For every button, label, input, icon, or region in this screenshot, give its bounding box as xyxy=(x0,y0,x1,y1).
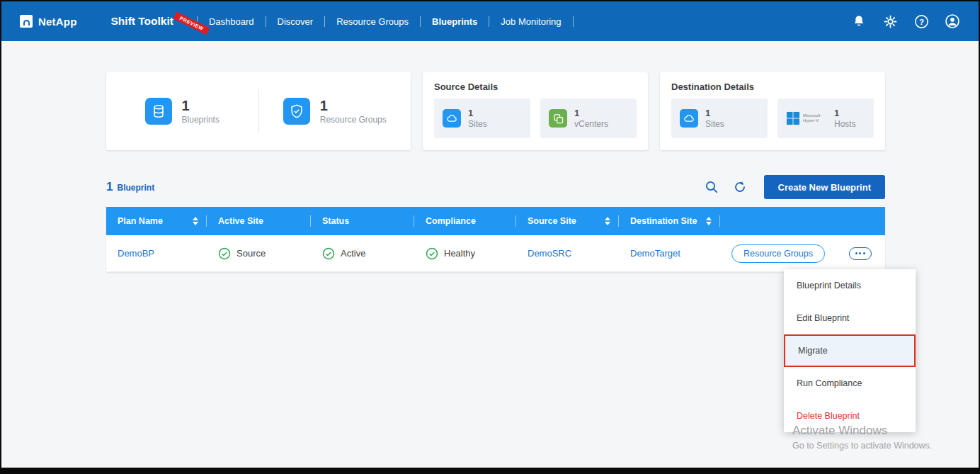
column-header-actions xyxy=(720,207,885,235)
source-sites-label: Sites xyxy=(468,119,487,129)
column-label: Destination Site xyxy=(630,216,697,226)
sort-icon xyxy=(605,217,610,225)
table-row: DemoBP Source Active Healthy DemoSRC Dem… xyxy=(106,235,885,272)
destination-details-card: Destination Details 1 Sites Microsoft Hy… xyxy=(660,72,885,150)
top-navbar: NetApp Shift Toolkit PREVIEW Dashboard D… xyxy=(1,1,979,41)
cell-plan-name: DemoBP xyxy=(106,235,207,271)
vcenter-icon xyxy=(549,109,567,128)
nav-divider xyxy=(324,16,325,27)
source-details-card: Source Details 1 Sites 1 vCenters xyxy=(423,72,648,150)
database-icon xyxy=(145,98,172,125)
destination-hosts-tile: Microsoft Hyper-V 1 Hosts xyxy=(777,98,874,138)
ellipsis-icon[interactable] xyxy=(849,247,872,260)
column-header-status: Status xyxy=(311,207,414,235)
menu-item-blueprint-details[interactable]: Blueprint Details xyxy=(784,269,916,302)
destination-hosts-label: Hosts xyxy=(834,119,856,129)
shield-check-icon xyxy=(283,98,310,125)
column-label: Plan Name xyxy=(118,216,163,226)
cell-destination-site: DemoTarget xyxy=(619,235,720,271)
column-label: Source Site xyxy=(528,216,576,226)
destination-site-link[interactable]: DemoTarget xyxy=(630,248,680,259)
sort-icon xyxy=(193,217,198,225)
column-label: Compliance xyxy=(426,216,476,226)
blueprint-toolbar: 1 Blueprint Create New Blueprint xyxy=(106,174,885,200)
destination-tiles: 1 Sites Microsoft Hyper-V 1 Hosts xyxy=(660,98,885,138)
plan-name-link[interactable]: DemoBP xyxy=(118,248,154,259)
source-details-title: Source Details xyxy=(423,72,648,98)
column-header-active-site: Active Site xyxy=(207,207,311,235)
blueprints-stat-text: 1 Blueprints xyxy=(182,98,220,125)
gear-icon[interactable] xyxy=(882,13,898,29)
hyperv-icon: Microsoft Hyper-V xyxy=(786,111,827,125)
blueprint-count-number: 1 xyxy=(106,180,113,194)
cell-compliance: Healthy xyxy=(414,235,516,271)
windows-activation-watermark: Activate Windows Go to Settings to activ… xyxy=(792,424,932,451)
check-circle-icon xyxy=(426,247,438,260)
source-sites-count: 1 xyxy=(468,108,487,118)
cell-active-site: Source xyxy=(207,235,311,271)
resource-groups-count: 1 xyxy=(320,98,387,113)
compliance-value: Healthy xyxy=(444,248,475,259)
netapp-logo-icon xyxy=(20,15,33,28)
menu-item-edit-blueprint[interactable]: Edit Blueprint xyxy=(784,302,916,334)
destination-sites-count: 1 xyxy=(705,108,724,118)
table-header-row: Plan Name Active Site Status Compliance … xyxy=(106,207,885,235)
help-icon[interactable]: ? xyxy=(913,13,929,29)
row-actions-menu: Blueprint Details Edit Blueprint Migrate… xyxy=(784,269,916,432)
column-header-plan-name[interactable]: Plan Name xyxy=(106,207,207,235)
column-label: Status xyxy=(322,216,349,226)
blueprints-count: 1 xyxy=(182,98,220,113)
active-site-value: Source xyxy=(237,248,266,259)
column-header-destination-site[interactable]: Destination Site xyxy=(619,207,720,235)
resource-groups-stat-text: 1 Resource Groups xyxy=(320,98,387,125)
menu-item-run-compliance[interactable]: Run Compliance xyxy=(784,367,916,400)
blueprints-label: Blueprints xyxy=(182,115,220,125)
column-header-source-site[interactable]: Source Site xyxy=(516,207,619,235)
hyperv-caption: Microsoft Hyper-V xyxy=(803,113,827,123)
app-window: NetApp Shift Toolkit PREVIEW Dashboard D… xyxy=(0,0,980,474)
main-nav: Dashboard Discover Resource Groups Bluep… xyxy=(195,12,576,31)
resource-groups-button[interactable]: Resource Groups xyxy=(731,244,825,263)
cell-source-site: DemoSRC xyxy=(516,235,619,271)
menu-item-migrate[interactable]: Migrate xyxy=(784,334,916,367)
blueprint-count: 1 Blueprint xyxy=(106,180,154,194)
nav-divider xyxy=(420,16,421,27)
refresh-icon[interactable] xyxy=(731,179,748,196)
nav-item-blueprints[interactable]: Blueprints xyxy=(423,12,486,31)
destination-details-title: Destination Details xyxy=(660,72,885,98)
navbar-actions: ? xyxy=(851,13,960,29)
app-title-wrap: Shift Toolkit PREVIEW xyxy=(111,15,173,28)
brand-name: NetApp xyxy=(38,16,77,28)
cell-status: Active xyxy=(311,235,414,271)
check-circle-icon xyxy=(322,247,335,260)
account-icon[interactable] xyxy=(945,13,960,29)
destination-sites-label: Sites xyxy=(705,119,724,129)
column-header-compliance: Compliance xyxy=(414,207,516,235)
create-new-blueprint-button[interactable]: Create New Blueprint xyxy=(764,175,885,199)
source-vcenters-label: vCenters xyxy=(574,119,608,129)
bell-icon[interactable] xyxy=(851,13,867,29)
source-vcenters-count: 1 xyxy=(574,108,608,118)
nav-item-resource-groups[interactable]: Resource Groups xyxy=(327,12,418,31)
destination-sites-tile: 1 Sites xyxy=(671,98,768,138)
nav-item-discover[interactable]: Discover xyxy=(268,12,323,31)
cloud-icon xyxy=(680,109,698,128)
check-circle-icon xyxy=(218,247,231,260)
cell-actions: Resource Groups xyxy=(720,235,885,271)
svg-text:?: ? xyxy=(918,17,923,26)
source-site-link[interactable]: DemoSRC xyxy=(528,248,571,259)
sort-icon xyxy=(706,217,712,225)
resource-groups-label: Resource Groups xyxy=(320,115,387,125)
nav-divider xyxy=(266,16,266,27)
nav-divider xyxy=(573,16,574,27)
source-sites-tile: 1 Sites xyxy=(434,98,530,138)
app-title: Shift Toolkit xyxy=(111,15,173,27)
source-vcenters-tile: 1 vCenters xyxy=(540,98,637,138)
summary-card: 1 Blueprints 1 Resource Groups xyxy=(106,72,411,150)
blueprint-count-label: Blueprint xyxy=(117,183,154,193)
nav-item-job-monitoring[interactable]: Job Monitoring xyxy=(491,12,570,31)
search-icon[interactable] xyxy=(703,179,720,196)
status-value: Active xyxy=(341,248,365,259)
cloud-icon xyxy=(443,109,461,128)
nav-divider xyxy=(489,16,489,27)
